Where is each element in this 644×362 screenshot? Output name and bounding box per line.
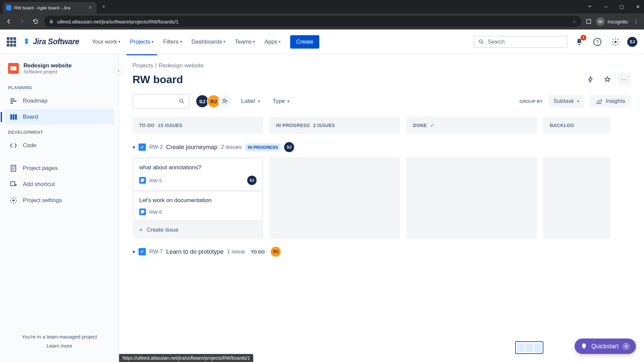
settings-icon[interactable] bbox=[609, 36, 622, 48]
browser-tab-strip: RW board - Agile board - Jira × + ─ ▢ ✕ bbox=[0, 0, 644, 13]
nav-filters[interactable]: Filters▾ bbox=[160, 36, 185, 48]
chevron-down-icon[interactable]: ▾ bbox=[132, 144, 135, 150]
assignee-avatar[interactable]: SJ bbox=[284, 142, 294, 152]
label-filter[interactable]: Label▾ bbox=[238, 95, 263, 107]
board-search-input[interactable] bbox=[132, 94, 190, 109]
svg-rect-12 bbox=[13, 114, 14, 120]
project-sidebar: ‹ Redesign website Software project PLAN… bbox=[0, 54, 119, 362]
svg-rect-15 bbox=[11, 182, 15, 186]
close-tab-icon[interactable]: × bbox=[89, 5, 92, 11]
incognito-indicator[interactable]: Incognito bbox=[596, 17, 628, 26]
swimlane-col-todo[interactable]: what about annotations? RW-5 SJ Let's wo… bbox=[132, 157, 263, 239]
quickstart-button[interactable]: Quickstart ✕ bbox=[575, 339, 636, 354]
swimlane-col-done[interactable] bbox=[406, 157, 537, 239]
jira-mark-icon bbox=[22, 38, 31, 46]
create-button[interactable]: Create bbox=[290, 35, 319, 49]
browser-menu-icon[interactable]: ⋮ bbox=[632, 17, 640, 26]
back-button[interactable] bbox=[4, 17, 13, 26]
lock-icon bbox=[49, 19, 54, 24]
card-assignee-avatar[interactable]: SJ bbox=[247, 176, 257, 185]
svg-point-16 bbox=[12, 199, 14, 201]
task-type-icon: ✓ bbox=[139, 143, 146, 151]
sidebar-item-project-pages[interactable]: Project pages bbox=[5, 161, 114, 176]
app-switcher-icon[interactable] bbox=[7, 37, 16, 47]
incognito-icon bbox=[596, 17, 605, 26]
profile-avatar[interactable]: SJ bbox=[627, 37, 637, 47]
issue-count: 1 issue bbox=[227, 248, 245, 255]
sidebar-item-code[interactable]: Code bbox=[5, 138, 114, 153]
column-header-done[interactable]: DONE✓ bbox=[406, 117, 537, 134]
issue-key[interactable]: RW-2 bbox=[149, 144, 163, 150]
sidebar-item-project-settings[interactable]: Project settings bbox=[5, 193, 114, 208]
type-filter[interactable]: Type▾ bbox=[269, 95, 293, 107]
global-search[interactable]: Search bbox=[474, 36, 568, 48]
bookmark-icon[interactable]: ☆ bbox=[572, 18, 577, 25]
code-icon bbox=[9, 141, 17, 149]
issue-key[interactable]: RW-7 bbox=[149, 249, 163, 255]
subtask-icon bbox=[139, 177, 146, 184]
nav-dashboards[interactable]: Dashboards▾ bbox=[188, 36, 229, 48]
column-header-inprogress[interactable]: IN PROGRESS 2 ISSUES bbox=[269, 117, 400, 134]
help-icon[interactable]: ? bbox=[591, 36, 604, 48]
svg-rect-13 bbox=[15, 114, 17, 120]
sidebar-item-roadmap[interactable]: Roadmap bbox=[5, 93, 114, 109]
column-header-backlog[interactable]: BACKLOG bbox=[543, 117, 610, 134]
chevron-down-icon: ▾ bbox=[152, 40, 154, 44]
maximize-button[interactable]: ▢ bbox=[618, 3, 625, 11]
notification-badge: 1 bbox=[581, 35, 586, 41]
close-window-button[interactable]: ✕ bbox=[635, 3, 641, 11]
project-header[interactable]: Redesign website Software project bbox=[4, 62, 115, 80]
assignee-avatar[interactable]: RJ bbox=[271, 247, 281, 257]
svg-rect-0 bbox=[50, 21, 53, 23]
project-icon bbox=[8, 63, 19, 74]
incognito-label: Incognito bbox=[607, 19, 628, 24]
jira-logo[interactable]: Jira Software bbox=[22, 37, 79, 46]
column-header-todo[interactable]: TO DO 15 ISSUES bbox=[132, 117, 263, 134]
section-development: DEVELOPMENT bbox=[4, 125, 115, 137]
swimlane-col-inprogress[interactable] bbox=[269, 157, 400, 239]
notifications-icon[interactable]: 1 bbox=[573, 36, 586, 48]
sidebar-item-board[interactable]: Board bbox=[5, 109, 114, 125]
tab-search-icon[interactable] bbox=[586, 3, 593, 11]
create-issue-button[interactable]: + Create issue bbox=[133, 222, 263, 238]
more-icon[interactable]: ⋯ bbox=[618, 73, 631, 86]
insights-button[interactable]: Insights bbox=[590, 95, 631, 108]
group-by-dropdown[interactable]: Subtask▾ bbox=[549, 95, 584, 108]
breadcrumb-project[interactable]: Redesign website bbox=[159, 62, 204, 69]
minimize-button[interactable]: ─ bbox=[603, 3, 609, 11]
board-minimap[interactable] bbox=[515, 341, 543, 354]
chevron-down-icon: ▾ bbox=[118, 40, 120, 44]
swimlane-col-backlog[interactable] bbox=[543, 157, 610, 239]
extensions-icon[interactable] bbox=[585, 18, 592, 25]
search-icon bbox=[478, 39, 484, 45]
roadmap-icon bbox=[9, 97, 17, 105]
nav-your-work[interactable]: Your work▾ bbox=[89, 36, 124, 48]
group-by-label: GROUP BY bbox=[520, 99, 543, 104]
card-title: what about annotations? bbox=[139, 164, 257, 171]
swimlane-rw7: ▾ ✓ RW-7 Learn to do prototype 1 issue T… bbox=[132, 245, 631, 258]
swimlane-header[interactable]: ▾ ✓ RW-7 Learn to do prototype 1 issue T… bbox=[132, 245, 631, 258]
breadcrumb-root[interactable]: Projects bbox=[132, 62, 153, 69]
nav-projects[interactable]: Projects▾ bbox=[126, 36, 157, 48]
automation-icon[interactable] bbox=[584, 73, 597, 86]
address-bar[interactable]: uifeed.atlassian.net/jira/software/proje… bbox=[44, 16, 581, 27]
chevron-down-icon[interactable]: ▾ bbox=[132, 249, 135, 255]
new-tab-button[interactable]: + bbox=[102, 3, 106, 10]
sidebar-item-add-shortcut[interactable]: Add shortcut bbox=[5, 177, 114, 192]
browser-tab[interactable]: RW board - Agile board - Jira × bbox=[3, 2, 97, 13]
card-rw5[interactable]: what about annotations? RW-5 SJ bbox=[134, 159, 262, 190]
swimlane-header[interactable]: ▾ ✓ RW-2 Create journeymap 2 issues IN P… bbox=[132, 141, 631, 154]
card-rw6[interactable]: Let's work on documentation RW-6 bbox=[134, 192, 262, 221]
reload-button[interactable] bbox=[31, 17, 40, 26]
forward-button[interactable] bbox=[17, 17, 27, 26]
svg-rect-8 bbox=[10, 99, 14, 100]
nav-apps[interactable]: Apps▾ bbox=[261, 36, 284, 48]
status-lozenge[interactable]: TO DO bbox=[248, 248, 267, 256]
svg-rect-9 bbox=[10, 101, 16, 102]
learn-more-link[interactable]: Learn more bbox=[9, 343, 109, 349]
status-lozenge[interactable]: IN PROGRESS bbox=[245, 143, 281, 151]
add-people-button[interactable] bbox=[218, 95, 232, 108]
close-icon[interactable]: ✕ bbox=[623, 343, 630, 350]
star-icon[interactable] bbox=[601, 73, 614, 86]
nav-teams[interactable]: Teams▾ bbox=[231, 36, 258, 48]
